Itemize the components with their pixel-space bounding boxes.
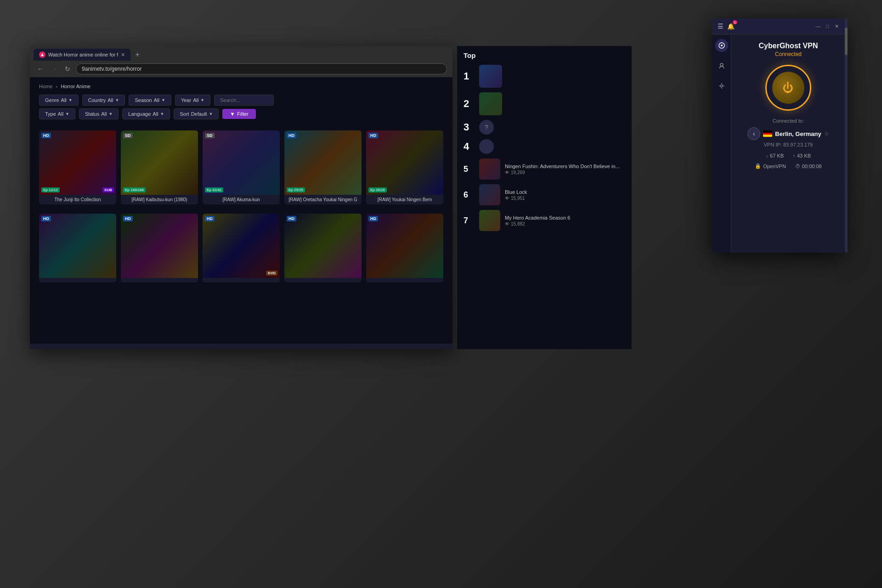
vpn-menu-icon[interactable]: ☰ — [718, 23, 724, 30]
rank-num-4: 4 — [464, 141, 475, 153]
eye-icon-5: 👁 — [505, 170, 509, 175]
anime-grid-row1: HD Ep 12/12 SUB The Junji Ito Collection… — [30, 126, 452, 209]
filter-apply-label: Filter — [237, 111, 248, 117]
back-button[interactable]: ← — [35, 64, 45, 74]
vpn-prev-location-button[interactable]: ‹ — [747, 127, 760, 140]
rank-item-3[interactable]: 3 ? — [464, 120, 625, 135]
anime-card-9[interactable]: HD — [284, 214, 362, 283]
year-filter[interactable]: Year All ▼ — [175, 95, 210, 106]
anime-thumb-8: HD DVD — [203, 214, 280, 278]
vpn-settings-icon[interactable] — [715, 79, 728, 92]
anime-card-title-2: [RAW] Kaibutsu-kun (1980) — [121, 195, 198, 204]
vpn-protocol-value: OpenVPN — [763, 164, 786, 169]
vpn-main: CyberGhost VPN Connected ⏻ Connected to:… — [731, 34, 845, 253]
rank-item-2[interactable]: 2 — [464, 92, 625, 115]
breadcrumb-home[interactable]: Home — [39, 84, 52, 89]
vpn-country-flag — [763, 130, 772, 137]
tab-close-button[interactable]: ✕ — [121, 52, 125, 58]
vpn-upload-icon: ↑ — [793, 153, 795, 158]
browser-chrome: Watch Horror anime online for f ✕ + ← → … — [30, 46, 452, 77]
vpn-stats: ↓ 67 KB ↑ 43 KB — [766, 153, 811, 158]
new-tab-button[interactable]: + — [132, 50, 142, 60]
country-filter[interactable]: Country All ▼ — [82, 95, 125, 106]
country-filter-arrow: ▼ — [115, 98, 119, 102]
rank-item-6[interactable]: 6 Blue Lock 👁 15,951 — [464, 184, 625, 205]
vpn-maximize-button[interactable]: □ — [825, 23, 830, 30]
svg-point-2 — [721, 45, 723, 46]
anime-card-title-10 — [366, 278, 443, 283]
vpn-body: CyberGhost VPN Connected ⏻ Connected to:… — [712, 34, 845, 253]
rank-item-5[interactable]: 5 Ningen Fushin: Adventurers Who Don't B… — [464, 158, 625, 180]
anime-card-2[interactable]: SD Ep 188/188 [RAW] Kaibutsu-kun (1980) — [121, 130, 198, 204]
anime-card-5[interactable]: HD Ep 26/26 [RAW] Youkai Ningen Bem — [366, 130, 443, 204]
rank-thumb-6 — [479, 184, 500, 205]
anime-card-4[interactable]: HD Ep 25/25 [RAW] Oretacha Youkai Ningen… — [284, 130, 362, 204]
vpn-user-icon[interactable] — [715, 59, 728, 72]
genre-filter-value: All — [61, 97, 67, 103]
anime-card-3[interactable]: SD Ep 42/42 [RAW] Akuma-kun — [203, 130, 280, 204]
anime-card-title-5: [RAW] Youkai Ningen Bem — [366, 195, 443, 204]
sort-filter[interactable]: Sort Default ▼ — [174, 108, 219, 119]
rank-item-7[interactable]: 7 My Hero Academia Season 6 👁 15,882 — [464, 210, 625, 231]
rank-info-6: Blue Lock 👁 15,951 — [505, 189, 625, 201]
vpn-status: Connected — [775, 51, 802, 57]
language-filter-value: All — [153, 111, 158, 117]
vpn-title: CyberGhost VPN — [759, 42, 818, 50]
address-bar[interactable]: 9animetv.to/genre/horror — [76, 63, 447, 74]
anime-card-title-7 — [121, 278, 198, 283]
svg-point-4 — [720, 85, 723, 87]
ep-badge-1: Ep 12/12 — [41, 187, 60, 192]
vpn-scrollbar-track — [845, 18, 848, 253]
language-filter-label: Language — [128, 111, 151, 117]
rank-title-5: Ningen Fushin: Adventurers Who Don't Bel… — [505, 164, 625, 169]
forward-button[interactable]: → — [49, 64, 59, 74]
ep-badge-3: Ep 42/42 — [205, 187, 223, 192]
anime-card-1[interactable]: HD Ep 12/12 SUB The Junji Ito Collection — [39, 130, 116, 204]
rank-item-4[interactable]: 4 — [464, 139, 625, 154]
vpn-power-ring: ⏻ — [765, 65, 811, 111]
language-filter[interactable]: Language All ▼ — [122, 108, 170, 119]
vpn-protocol-row: 🔒 OpenVPN ⏱ 00:00:08 — [755, 163, 821, 169]
type-filter[interactable]: Type All ▼ — [39, 108, 75, 119]
anime-card-6[interactable]: HD — [39, 214, 116, 283]
vpn-power-icon: ⏻ — [783, 81, 794, 94]
country-filter-value: All — [107, 97, 113, 103]
vpn-download-stat: ↓ 67 KB — [766, 153, 784, 158]
vpn-close-button[interactable]: ✕ — [834, 23, 840, 30]
rank-num-1: 1 — [464, 70, 475, 82]
quality-badge-7: HD — [123, 216, 133, 221]
genre-filter[interactable]: Genre All ▼ — [39, 95, 79, 106]
rank-thumb-5 — [479, 158, 500, 180]
rank-item-1[interactable]: 1 — [464, 65, 625, 88]
anime-card-8[interactable]: HD DVD — [203, 214, 280, 283]
breadcrumb: Home › Horror Anime — [30, 82, 452, 91]
refresh-button[interactable]: ↻ — [63, 64, 72, 74]
status-filter[interactable]: Status All ▼ — [79, 108, 119, 119]
season-filter-label: Season — [135, 97, 152, 103]
vpn-scrollbar-thumb[interactable] — [845, 28, 848, 55]
season-filter[interactable]: Season All ▼ — [129, 95, 171, 106]
anime-thumb-6: HD — [39, 214, 116, 278]
vpn-upload-value: 43 KB — [797, 153, 811, 158]
filter-apply-button[interactable]: ▼ Filter — [222, 109, 255, 119]
vpn-power-button[interactable]: ⏻ — [772, 72, 804, 104]
browser-tab[interactable]: Watch Horror anime online for f ✕ — [34, 49, 130, 61]
rank-title-7: My Hero Academia Season 6 — [505, 215, 625, 220]
type-filter-value: All — [58, 111, 63, 117]
vpn-duration-info: ⏱ 00:00:08 — [795, 163, 822, 169]
search-input[interactable] — [214, 95, 274, 106]
vpn-home-icon[interactable] — [715, 39, 728, 52]
anime-thumb-2: SD Ep 188/188 — [121, 130, 198, 195]
vpn-connected-to-label: Connected to: — [773, 118, 804, 124]
vpn-protocol-icon: 🔒 — [755, 163, 761, 169]
vpn-bell-container: 🔔 1 — [727, 22, 735, 30]
url-text: 9animetv.to/genre/horror — [82, 66, 142, 72]
rankings-panel: Top 1 2 3 ? 4 5 Ningen Fushin: Adventure… — [457, 46, 632, 349]
anime-card-10[interactable]: HD — [366, 214, 443, 283]
vpn-minimize-button[interactable]: — — [814, 23, 821, 30]
anime-card-7[interactable]: HD — [121, 214, 198, 283]
vpn-favorite-star[interactable]: ☆ — [824, 130, 829, 137]
genre-filter-label: Genre — [45, 97, 59, 103]
tab-title: Watch Horror anime online for f — [48, 52, 118, 57]
vpn-window: ☰ 🔔 1 — □ ✕ — [712, 18, 845, 253]
